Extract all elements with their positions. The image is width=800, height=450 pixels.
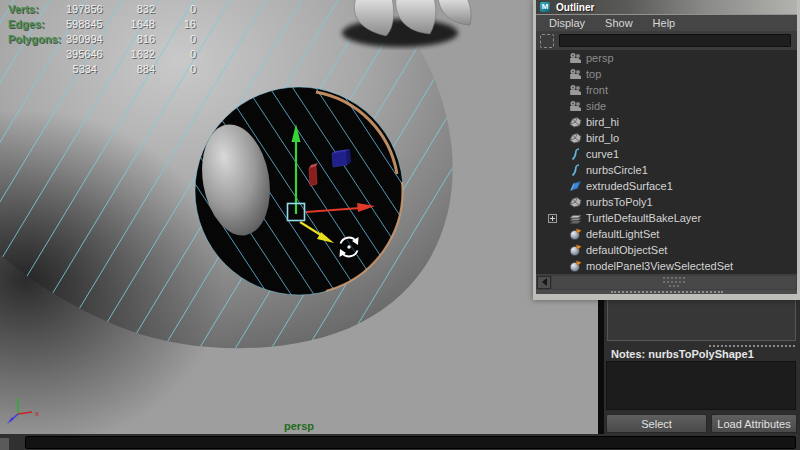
perspective-viewport[interactable]: Verts:1978568320Edges:598845164816Polygo…: [0, 0, 598, 434]
outliner-item-bird_lo[interactable]: bird_lo: [536, 130, 797, 146]
expander-spacer: [548, 230, 561, 239]
outliner-item-extrudedSurface1[interactable]: extrudedSurface1: [536, 178, 797, 194]
outliner-titlebar[interactable]: M Outliner: [536, 0, 797, 14]
maya-app-icon: M: [540, 2, 550, 12]
mesh-icon: [569, 196, 582, 209]
outliner-item-label: side: [586, 100, 606, 112]
curve-icon: [569, 164, 582, 177]
panel-splitter[interactable]: [709, 345, 795, 347]
outliner-item-TurtleDefaultBakeLayer[interactable]: TurtleDefaultBakeLayer: [536, 210, 797, 226]
outliner-item-label: top: [586, 68, 601, 80]
outliner-item-defaultLightSet[interactable]: defaultLightSet: [536, 226, 797, 242]
menu-help[interactable]: Help: [643, 17, 686, 29]
outliner-item-bird_hi[interactable]: bird_hi: [536, 114, 797, 130]
outliner-hscrollbar[interactable]: [536, 274, 797, 290]
claw-shadow: [342, 19, 458, 47]
hud-value: 0: [155, 2, 196, 17]
outliner-item-label: defaultLightSet: [586, 228, 659, 240]
outliner-item-defaultObjectSet[interactable]: defaultObjectSet: [536, 242, 797, 258]
expander-spacer: [548, 102, 561, 111]
expand-plus-icon[interactable]: [548, 214, 561, 223]
hud-row: Verts:1978568320: [8, 2, 196, 17]
outliner-item-front[interactable]: front: [536, 82, 797, 98]
hud-value: 816: [97, 32, 155, 47]
expander-spacer: [548, 86, 561, 95]
rotate-view-icon[interactable]: [338, 236, 360, 258]
curve-icon: [569, 148, 582, 161]
expander-spacer: [548, 198, 561, 207]
hud-value: 197856: [66, 2, 97, 17]
outliner-item-label: bird_lo: [586, 132, 619, 144]
poly-count-hud: Verts:1978568320Edges:598845164816Polygo…: [8, 2, 196, 77]
hud-value: 884: [97, 62, 155, 77]
menu-display[interactable]: Display: [539, 17, 595, 29]
camera-name-label: persp: [0, 420, 598, 432]
objectset-icon: [569, 244, 582, 257]
hud-value: 832: [97, 2, 155, 17]
outliner-bottom-border: [536, 290, 797, 300]
hud-row-label: Polygons:: [8, 32, 66, 47]
menu-show[interactable]: Show: [595, 17, 643, 29]
notes-label: Notes: nurbsToPolyShape1: [611, 348, 754, 360]
outliner-item-label: TurtleDefaultBakeLayer: [586, 212, 701, 224]
hud-row-label: Verts:: [8, 2, 66, 17]
hud-row-label: [8, 47, 66, 62]
outliner-item-side[interactable]: side: [536, 98, 797, 114]
attribute-editor-groupbox: [607, 297, 796, 341]
scrollbar-grip[interactable]: [663, 277, 685, 287]
hud-value: 0: [155, 32, 196, 47]
mesh-icon: [569, 116, 582, 129]
select-button[interactable]: Select: [606, 414, 707, 433]
filter-selection-icon[interactable]: [540, 34, 554, 48]
hud-value: 0: [155, 47, 196, 62]
expander-spacer: [548, 150, 561, 159]
outliner-item-label: bird_hi: [586, 116, 619, 128]
outliner-item-nurbsToPoly1[interactable]: nurbsToPoly1: [536, 194, 797, 210]
hud-value: 16: [155, 17, 196, 32]
hud-row-label: [8, 62, 66, 77]
outliner-item-label: nurbsToPoly1: [586, 196, 653, 208]
objectset-icon: [569, 260, 582, 273]
scroll-left-arrow[interactable]: [537, 276, 551, 289]
load-attributes-button[interactable]: Load Attributes: [711, 414, 797, 433]
hud-value: 5334: [66, 62, 97, 77]
expander-spacer: [548, 134, 561, 143]
bird-claw[interactable]: [342, 0, 471, 47]
outliner-item-nurbsCircle1[interactable]: nurbsCircle1: [536, 162, 797, 178]
outliner-item-top[interactable]: top: [536, 66, 797, 82]
command-line-bar: [0, 434, 800, 450]
outliner-item-modelPanel3ViewSelectedSet[interactable]: modelPanel3ViewSelectedSet: [536, 258, 797, 274]
camera-icon: [569, 52, 582, 65]
outliner-item-curve1[interactable]: curve1: [536, 146, 797, 162]
scroll-track[interactable]: [552, 276, 796, 289]
expander-spacer: [548, 54, 561, 63]
hud-row: Polygons:3909948160: [8, 32, 196, 47]
surface-icon: [569, 180, 582, 193]
outliner-item-persp[interactable]: persp: [536, 50, 797, 66]
window-title: Outliner: [556, 2, 594, 13]
hud-value: 390994: [66, 32, 97, 47]
camera-icon: [569, 68, 582, 81]
window-resize-grip[interactable]: [611, 291, 723, 293]
outliner-item-label: defaultObjectSet: [586, 244, 667, 256]
hud-row-label: Edges:: [8, 17, 66, 32]
outliner-window[interactable]: M Outliner Display Show Help persptopfro…: [533, 0, 800, 300]
outliner-item-label: extrudedSurface1: [586, 180, 673, 192]
expander-spacer: [548, 182, 561, 191]
hud-row: 39564616320: [8, 47, 196, 62]
expander-spacer: [548, 118, 561, 127]
notes-textarea[interactable]: [606, 361, 796, 410]
command-line-input[interactable]: [25, 436, 796, 449]
objectset-icon: [569, 228, 582, 241]
outliner-list[interactable]: persptopfrontsidebird_hibird_locurve1nur…: [536, 50, 797, 274]
hud-row: Edges:598845164816: [8, 17, 196, 32]
outliner-filter-input[interactable]: [559, 34, 791, 47]
hud-row: 53348840: [8, 62, 196, 77]
command-line-switch[interactable]: [0, 438, 9, 450]
camera-icon: [569, 84, 582, 97]
expander-spacer: [548, 70, 561, 79]
hud-value: 1632: [97, 47, 155, 62]
hud-value: 395646: [66, 47, 97, 62]
hud-value: 1648: [97, 17, 155, 32]
hud-value: 0: [155, 62, 196, 77]
